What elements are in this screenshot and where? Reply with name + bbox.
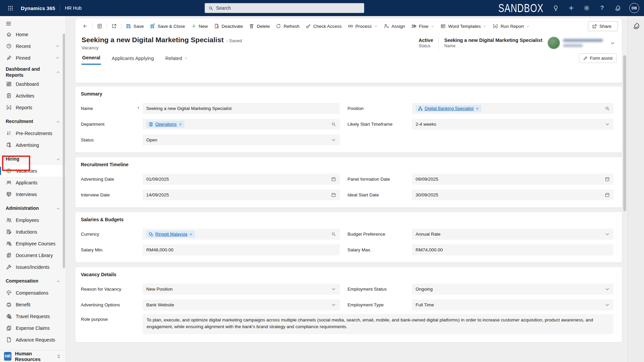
globe-icon xyxy=(6,313,12,319)
main-scrollbar[interactable] xyxy=(623,36,626,362)
currency-lookup[interactable]: Ringgit Malaysia xyxy=(143,229,340,240)
reason-select[interactable]: New Position xyxy=(143,284,340,295)
flow-icon xyxy=(411,23,417,29)
advertising-date-input[interactable]: 01/09/2025 xyxy=(143,174,340,185)
sidebar-item-benefit[interactable]: Benefit xyxy=(0,299,66,310)
close-icon[interactable] xyxy=(189,233,193,236)
sidebar-item-recent[interactable]: Recent xyxy=(0,40,66,52)
run-report-button[interactable]: Run Report xyxy=(490,20,533,32)
form-assist-button[interactable]: Form assist xyxy=(579,53,616,63)
check-access-button[interactable]: Check Access xyxy=(303,20,345,32)
copilot-icon[interactable] xyxy=(614,4,621,12)
sidebar-item-applicants[interactable]: Applicants xyxy=(0,177,66,188)
panel-date-input[interactable]: 09/09/2025 xyxy=(412,174,613,185)
lightbulb-icon[interactable] xyxy=(552,4,559,12)
save-button[interactable]: Save xyxy=(123,20,147,32)
word-templates-icon xyxy=(440,23,446,29)
waffle-icon[interactable] xyxy=(5,2,16,14)
form-tabs: General Applicants Applying Related Form… xyxy=(75,55,622,65)
employment-type-select[interactable]: Full Time xyxy=(412,299,613,310)
form-body: Summary Name* Seeking a new Digital Mark… xyxy=(75,86,622,347)
sidebar-item-advance-requests[interactable]: Advance Requests xyxy=(0,334,66,346)
budget-preference-select[interactable]: Annual Rate xyxy=(412,229,613,240)
flow-button[interactable]: Flow xyxy=(408,20,438,32)
close-icon[interactable] xyxy=(179,123,182,126)
hamburger-menu-icon[interactable] xyxy=(0,16,66,28)
sidebar-scrollbar[interactable] xyxy=(63,34,65,268)
department-lookup[interactable]: Operations xyxy=(143,119,340,130)
sidebar-item-compensations[interactable]: Compensations xyxy=(0,287,66,299)
position-link[interactable]: Digital Banking Specialist xyxy=(425,106,474,111)
deactivate-button[interactable]: Deactivate xyxy=(211,20,246,32)
name-label: Name* xyxy=(79,106,143,111)
sidebar-item-employees[interactable]: Employees xyxy=(0,214,66,226)
timeframe-select[interactable]: 2-4 weeks xyxy=(412,119,613,130)
role-purpose-textarea[interactable]: To plan, execute, and optimize digital m… xyxy=(143,314,613,334)
sidebar-group-hiring[interactable]: Hiring xyxy=(0,154,66,165)
sidebar-item-pinned[interactable]: Pinned xyxy=(0,52,66,64)
currency-link[interactable]: Ringgit Malaysia xyxy=(155,232,187,237)
assign-button[interactable]: Assign xyxy=(381,20,408,32)
new-button[interactable]: New xyxy=(188,20,211,32)
position-lookup[interactable]: Digital Banking Specialist xyxy=(412,103,613,114)
area-switcher[interactable]: HR Human Resources xyxy=(0,350,66,362)
save-and-close-button[interactable]: Save & Close xyxy=(147,20,188,32)
sidebar-item-interviews[interactable]: Interviews xyxy=(0,188,66,200)
close-icon[interactable] xyxy=(476,107,479,110)
sidebar-group-administration[interactable]: Administration xyxy=(0,203,66,214)
process-button[interactable]: Process xyxy=(345,20,381,32)
sidebar-item-document-library[interactable]: Document Library xyxy=(0,249,66,261)
sidebar-item-reports[interactable]: Reports xyxy=(0,102,66,113)
sidebar-item-advertising[interactable]: Advertising xyxy=(0,139,66,151)
share-button[interactable]: Share xyxy=(588,21,618,31)
search-input[interactable]: Search xyxy=(205,3,364,13)
tab-related[interactable]: Related xyxy=(165,56,189,64)
sidebar-item-pre-recruitments[interactable]: Pre-Recruitments xyxy=(0,127,66,139)
form-selector-button[interactable] xyxy=(94,20,105,32)
chevron-down-icon xyxy=(605,122,610,127)
sidebar-group-recruitment[interactable]: Recruitment xyxy=(0,116,66,127)
sidebar-item-issues-incidents[interactable]: Issues/Incidents xyxy=(0,261,66,273)
help-icon[interactable]: ? xyxy=(598,4,606,12)
sidebar-group-dashboard-and-reports[interactable]: Dashboard and Reports xyxy=(0,66,66,78)
scrollbar-thumb[interactable] xyxy=(623,55,626,211)
chevron-down-icon xyxy=(526,24,530,28)
popout-button[interactable] xyxy=(108,20,120,32)
sidebar-group-compensation[interactable]: Compensation xyxy=(0,276,66,287)
tab-applicants-applying[interactable]: Applicants Applying xyxy=(111,56,155,64)
copilot-icon[interactable] xyxy=(631,21,641,31)
benefit-icon xyxy=(6,302,12,308)
settings-icon[interactable] xyxy=(583,4,590,12)
sidebar-item-inductions[interactable]: Inductions xyxy=(0,226,66,238)
tab-general[interactable]: General xyxy=(82,55,101,65)
entity-label: Vacancy xyxy=(82,45,242,50)
ideal-start-input[interactable]: 30/09/2025 xyxy=(412,189,613,200)
sidebar-item-home[interactable]: Home xyxy=(0,28,66,40)
add-icon[interactable] xyxy=(568,4,575,12)
word-templates-button[interactable]: Word Templates xyxy=(437,20,490,32)
user-avatar[interactable]: DB xyxy=(629,3,639,13)
sidebar-item-travel-requests[interactable]: Travel Requests xyxy=(0,310,66,322)
name-input[interactable]: Seeking a new Digital Marketing Speciali… xyxy=(143,103,340,114)
status-select[interactable]: Open xyxy=(143,134,340,145)
sidebar-item-expense-claims[interactable]: Expense Claims xyxy=(0,322,66,334)
record-owner[interactable] xyxy=(548,37,603,49)
report-icon xyxy=(6,105,12,111)
department-link[interactable]: Operations xyxy=(155,122,177,127)
delete-button[interactable]: Delete xyxy=(246,20,273,32)
sidebar-item-dashboard[interactable]: Dashboard xyxy=(0,78,66,90)
employment-status-select[interactable]: Ongoing xyxy=(412,284,613,295)
back-button[interactable] xyxy=(79,20,91,32)
advertising-options-select[interactable]: Bank Website xyxy=(143,299,340,310)
interview-date-input[interactable]: 14/09/2025 xyxy=(143,189,340,200)
area-title[interactable]: HR Hub xyxy=(65,5,82,11)
sidebar-item-activities[interactable]: Activities xyxy=(0,90,66,102)
chevron-down-icon xyxy=(55,56,60,60)
collapse-header-chevron-icon[interactable] xyxy=(610,41,615,46)
refresh-button[interactable]: Refresh xyxy=(273,20,302,32)
sidebar-item-vacancies[interactable]: Vacancies xyxy=(0,165,66,177)
salary-min-input[interactable]: RM48,000.00 xyxy=(143,244,340,255)
people-lock-icon xyxy=(6,241,12,247)
salary-max-input[interactable]: RM74,000.00 xyxy=(412,244,613,255)
sidebar-item-employee-courses[interactable]: Employee Courses xyxy=(0,238,66,249)
